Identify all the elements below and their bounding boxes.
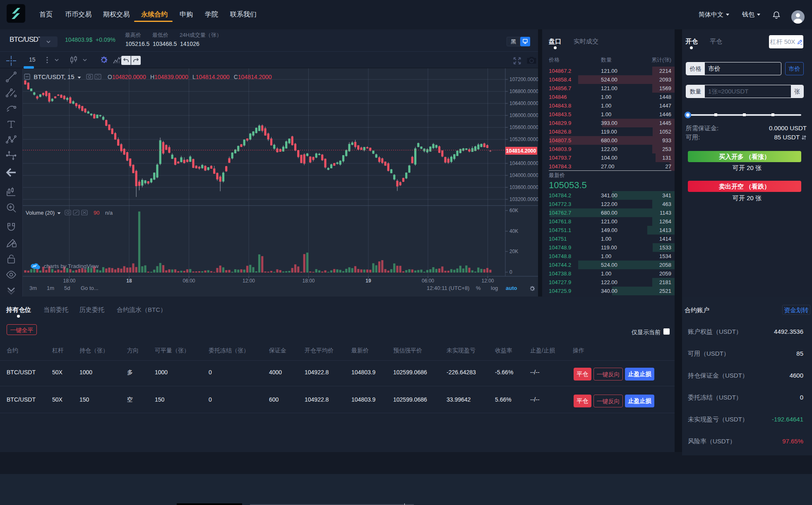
svg-text:104000.0000: 104000.0000: [509, 172, 538, 178]
svg-text:06:00: 06:00: [183, 278, 195, 284]
svg-text:18:00: 18:00: [302, 278, 315, 284]
svg-text:103200.0000: 103200.0000: [509, 196, 538, 202]
svg-text:20K: 20K: [509, 249, 518, 254]
svg-text:107200.0000: 107200.0000: [509, 77, 538, 82]
svg-text:105200.0000: 105200.0000: [509, 136, 538, 142]
svg-text:104400.0000: 104400.0000: [509, 160, 538, 166]
svg-text:19: 19: [365, 278, 371, 284]
svg-text:12:00: 12:00: [481, 278, 494, 284]
svg-text:106400.0000: 106400.0000: [509, 101, 538, 106]
svg-text:12:00: 12:00: [243, 278, 255, 284]
svg-text:60K: 60K: [509, 208, 518, 213]
svg-text:104814.2000: 104814.2000: [506, 148, 536, 154]
svg-text:106800.0000: 106800.0000: [509, 89, 538, 94]
svg-text:0: 0: [509, 269, 512, 275]
svg-text:18:00: 18:00: [63, 278, 75, 284]
svg-text:105600.0000: 105600.0000: [509, 124, 538, 130]
svg-text:06:00: 06:00: [422, 278, 434, 284]
svg-text:18: 18: [126, 278, 132, 284]
svg-text:106000.0000: 106000.0000: [509, 112, 538, 118]
svg-text:103600.0000: 103600.0000: [509, 184, 538, 190]
svg-text:40K: 40K: [509, 228, 518, 234]
